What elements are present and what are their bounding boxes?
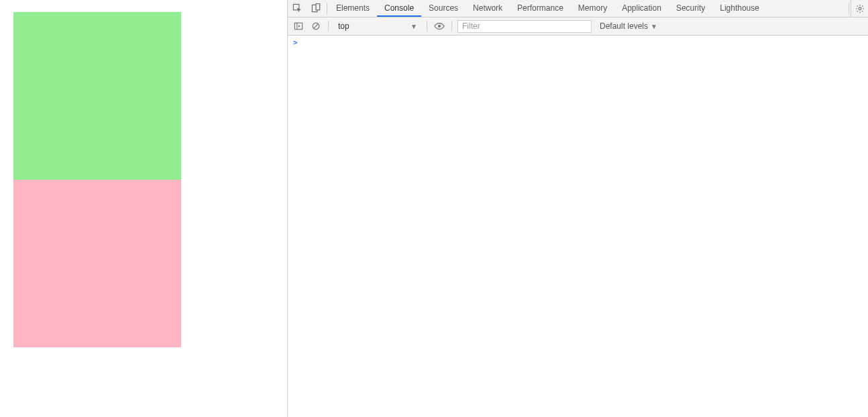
clear-console-icon[interactable] bbox=[309, 19, 323, 33]
devtools-panel: Elements Console Sources Network Perform… bbox=[287, 0, 868, 417]
levels-label: Default levels bbox=[600, 21, 648, 31]
svg-point-8 bbox=[438, 25, 441, 27]
tab-sources[interactable]: Sources bbox=[421, 0, 466, 17]
separator bbox=[451, 21, 452, 32]
tab-memory[interactable]: Memory bbox=[571, 0, 614, 17]
tab-network[interactable]: Network bbox=[466, 0, 510, 17]
settings-icon[interactable] bbox=[851, 0, 868, 17]
context-label: top bbox=[338, 21, 349, 31]
context-selector[interactable]: top ▼ bbox=[334, 19, 421, 33]
filter-input[interactable] bbox=[457, 20, 592, 33]
live-expression-icon[interactable] bbox=[433, 19, 446, 33]
tab-console[interactable]: Console bbox=[377, 0, 421, 17]
log-levels-selector[interactable]: Default levels ▼ bbox=[596, 21, 661, 31]
separator bbox=[327, 3, 327, 14]
console-toolbar: top ▼ Default levels ▼ bbox=[288, 17, 868, 36]
sidebar-toggle-icon[interactable] bbox=[292, 19, 305, 33]
devtools-tabbar: Elements Console Sources Network Perform… bbox=[288, 0, 868, 17]
svg-point-3 bbox=[859, 7, 861, 10]
separator bbox=[328, 21, 329, 32]
spacer bbox=[767, 0, 847, 17]
dropdown-caret-icon: ▼ bbox=[411, 23, 417, 30]
dropdown-caret-icon: ▼ bbox=[651, 23, 657, 30]
svg-line-7 bbox=[314, 24, 319, 29]
green-block bbox=[13, 12, 181, 180]
pink-block bbox=[13, 180, 181, 347]
tab-application[interactable]: Application bbox=[614, 0, 669, 17]
tab-elements[interactable]: Elements bbox=[329, 0, 377, 17]
separator bbox=[849, 3, 849, 14]
svg-rect-2 bbox=[316, 3, 320, 9]
separator bbox=[427, 21, 427, 32]
console-prompt-icon: > bbox=[288, 36, 303, 50]
device-toolbar-icon[interactable] bbox=[307, 0, 325, 17]
page-content bbox=[0, 0, 287, 417]
tab-security[interactable]: Security bbox=[669, 0, 712, 17]
tab-lighthouse[interactable]: Lighthouse bbox=[712, 0, 767, 17]
tab-performance[interactable]: Performance bbox=[510, 0, 571, 17]
console-output[interactable]: > bbox=[288, 36, 868, 417]
inspect-element-icon[interactable] bbox=[288, 0, 307, 17]
